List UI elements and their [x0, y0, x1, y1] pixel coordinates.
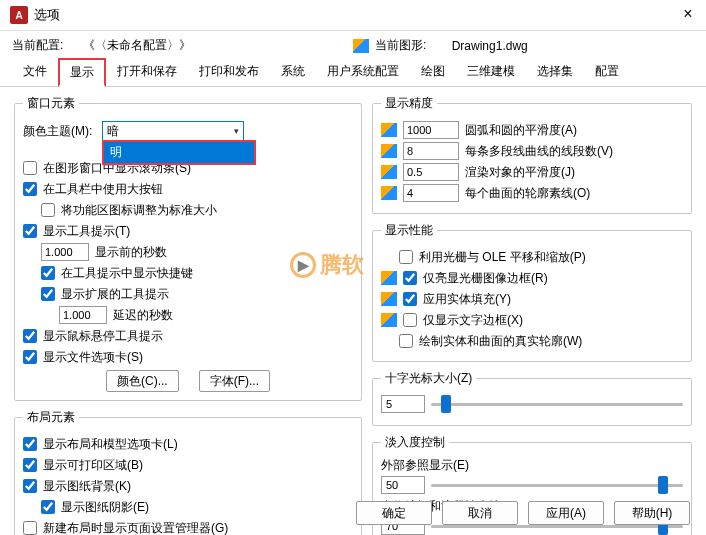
layout-elements-legend: 布局元素 — [23, 409, 79, 426]
current-profile-label: 当前配置: — [12, 38, 63, 52]
tab-8[interactable]: 选择集 — [526, 58, 584, 86]
xref-fade-slider[interactable] — [431, 478, 683, 492]
current-drawing-value: Drawing1.dwg — [452, 39, 528, 53]
text-frame-checkbox[interactable] — [403, 313, 417, 327]
ole-pan-checkbox[interactable] — [399, 250, 413, 264]
display-performance-group: 显示性能 利用光栅与 OLE 平移和缩放(P) 仅亮显光栅图像边框(R) 应用实… — [372, 222, 692, 362]
dialog-buttons: 确定 取消 应用(A) 帮助(H) — [356, 501, 690, 525]
close-icon[interactable]: × — [680, 7, 696, 23]
scrollbar-checkbox[interactable] — [23, 161, 37, 175]
tooltip-delay-input[interactable] — [59, 306, 107, 324]
colors-button[interactable]: 颜色(C)... — [106, 370, 179, 392]
arc-smooth-label: 圆弧和圆的平滑度(A) — [465, 122, 577, 139]
ribbon-std-label: 将功能区图标调整为标准大小 — [61, 202, 217, 219]
silhouette-label: 绘制实体和曲面的真实轮廓(W) — [419, 333, 582, 350]
xref-fade-value[interactable]: 50 — [381, 476, 425, 494]
ribbon-std-checkbox[interactable] — [41, 203, 55, 217]
tab-6[interactable]: 绘图 — [410, 58, 456, 86]
fade-control-legend: 淡入度控制 — [381, 434, 449, 451]
tabs: 文件显示打开和保存打印和发布系统用户系统配置绘图三维建模选择集配置 — [0, 58, 706, 87]
chevron-down-icon: ▾ — [234, 126, 239, 136]
color-theme-option-light[interactable]: 明 — [104, 142, 254, 163]
new-layout-pg-label: 新建布局时显示页面设置管理器(G) — [43, 520, 228, 536]
crosshair-legend: 十字光标大小(Z) — [381, 370, 476, 387]
render-smooth-label: 渲染对象的平滑度(J) — [465, 164, 575, 181]
window-elements-group: 窗口元素 颜色主题(M): 暗 ▾ 明 在图形窗口中显示滚动条(S) 在工具栏中… — [14, 95, 362, 401]
drawing-icon — [381, 313, 397, 327]
segments-input[interactable] — [403, 142, 459, 160]
tooltip-ext-checkbox[interactable] — [41, 287, 55, 301]
color-theme-select[interactable]: 暗 ▾ — [102, 121, 244, 141]
paper-bg-label: 显示图纸背景(K) — [43, 478, 131, 495]
contour-label: 每个曲面的轮廓素线(O) — [465, 185, 590, 202]
drawing-icon — [381, 165, 397, 179]
tooltip-ext-label: 显示扩展的工具提示 — [61, 286, 169, 303]
ok-button[interactable]: 确定 — [356, 501, 432, 525]
drawing-icon — [381, 186, 397, 200]
tooltips-checkbox[interactable] — [23, 224, 37, 238]
current-drawing-label: 当前图形: — [375, 37, 426, 54]
titlebar: A 选项 × — [0, 0, 706, 31]
color-theme-value: 暗 — [107, 123, 119, 140]
printable-checkbox[interactable] — [23, 458, 37, 472]
drawing-icon — [381, 271, 397, 285]
apply-button[interactable]: 应用(A) — [528, 501, 604, 525]
tab-3[interactable]: 打印和发布 — [188, 58, 270, 86]
tab-2[interactable]: 打开和保存 — [106, 58, 188, 86]
segments-label: 每条多段线曲线的线段数(V) — [465, 143, 613, 160]
drawing-icon — [353, 39, 369, 53]
window-title: 选项 — [34, 6, 60, 24]
drawing-icon — [381, 123, 397, 137]
display-resolution-group: 显示精度 圆弧和圆的平滑度(A) 每条多段线曲线的线段数(V) 渲染对象的平滑度… — [372, 95, 692, 214]
tooltip-shortcut-label: 在工具提示中显示快捷键 — [61, 265, 193, 282]
raster-frame-checkbox[interactable] — [403, 271, 417, 285]
current-profile-value: 《〈未命名配置〉》 — [83, 38, 191, 52]
tab-0[interactable]: 文件 — [12, 58, 58, 86]
file-tabs-label: 显示文件选项卡(S) — [43, 349, 143, 366]
layout-elements-group: 布局元素 显示布局和模型选项卡(L) 显示可打印区域(B) 显示图纸背景(K) … — [14, 409, 362, 535]
color-theme-label: 颜色主题(M): — [23, 123, 92, 140]
cancel-button[interactable]: 取消 — [442, 501, 518, 525]
solid-fill-checkbox[interactable] — [403, 292, 417, 306]
profile-row: 当前配置: 《〈未命名配置〉》 当前图形: Drawing1.dwg — [0, 31, 706, 58]
render-smooth-input[interactable] — [403, 163, 459, 181]
layout-tabs-checkbox[interactable] — [23, 437, 37, 451]
new-layout-pg-checkbox[interactable] — [23, 521, 37, 535]
big-buttons-checkbox[interactable] — [23, 182, 37, 196]
tab-1[interactable]: 显示 — [58, 58, 106, 87]
help-button[interactable]: 帮助(H) — [614, 501, 690, 525]
arc-smooth-input[interactable] — [403, 121, 459, 139]
tab-7[interactable]: 三维建模 — [456, 58, 526, 86]
tab-4[interactable]: 系统 — [270, 58, 316, 86]
window-elements-legend: 窗口元素 — [23, 95, 79, 112]
crosshair-group: 十字光标大小(Z) 5 — [372, 370, 692, 426]
fonts-button[interactable]: 字体(F)... — [199, 370, 270, 392]
paper-shadow-checkbox[interactable] — [41, 500, 55, 514]
tooltip-seconds-label: 显示前的秒数 — [95, 244, 167, 261]
tooltip-shortcut-checkbox[interactable] — [41, 266, 55, 280]
display-performance-legend: 显示性能 — [381, 222, 437, 239]
silhouette-checkbox[interactable] — [399, 334, 413, 348]
layout-tabs-label: 显示布局和模型选项卡(L) — [43, 436, 178, 453]
crosshair-slider[interactable] — [431, 397, 683, 411]
tooltip-delay-label: 延迟的秒数 — [113, 307, 173, 324]
file-tabs-checkbox[interactable] — [23, 350, 37, 364]
tooltip-seconds-input[interactable] — [41, 243, 89, 261]
big-buttons-label: 在工具栏中使用大按钮 — [43, 181, 163, 198]
tooltips-label: 显示工具提示(T) — [43, 223, 130, 240]
ole-pan-label: 利用光栅与 OLE 平移和缩放(P) — [419, 249, 586, 266]
tab-9[interactable]: 配置 — [584, 58, 630, 86]
contour-input[interactable] — [403, 184, 459, 202]
display-resolution-legend: 显示精度 — [381, 95, 437, 112]
rollover-checkbox[interactable] — [23, 329, 37, 343]
crosshair-value[interactable]: 5 — [381, 395, 425, 413]
rollover-label: 显示鼠标悬停工具提示 — [43, 328, 163, 345]
paper-bg-checkbox[interactable] — [23, 479, 37, 493]
tab-5[interactable]: 用户系统配置 — [316, 58, 410, 86]
drawing-icon — [381, 144, 397, 158]
text-frame-label: 仅显示文字边框(X) — [423, 312, 523, 329]
drawing-icon — [381, 292, 397, 306]
printable-label: 显示可打印区域(B) — [43, 457, 143, 474]
solid-fill-label: 应用实体填充(Y) — [423, 291, 511, 308]
xref-fade-label: 外部参照显示(E) — [381, 457, 683, 474]
